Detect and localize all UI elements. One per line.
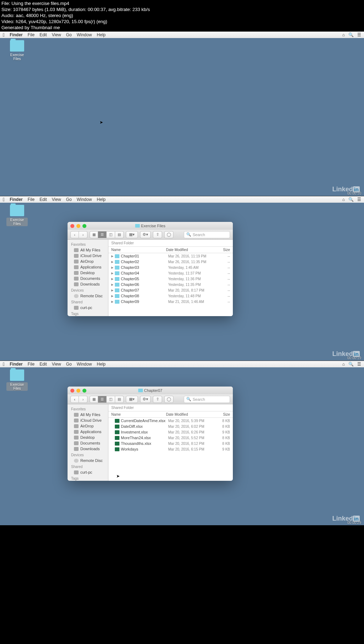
back-button[interactable]: ‹: [70, 396, 79, 403]
file-list[interactable]: CurrentDateAndTime.xlsxMar 20, 2016, 5:3…: [108, 418, 233, 476]
apple-menu-icon[interactable]: : [3, 197, 5, 202]
menu-help[interactable]: Help: [97, 362, 106, 367]
file-row[interactable]: ▶Chapter07Mar 20, 2016, 8:17 PM--: [108, 287, 233, 293]
disclosure-icon[interactable]: ▶: [111, 272, 115, 275]
menu-file[interactable]: File: [28, 32, 34, 37]
app-name[interactable]: Finder: [10, 362, 23, 367]
wifi-icon[interactable]: ⌂: [342, 362, 345, 367]
file-row[interactable]: ▶Chapter03Yesterday, 1:45 AM--: [108, 265, 233, 270]
wifi-icon[interactable]: ⌂: [342, 32, 345, 37]
coverflow-view-button[interactable]: ▤: [115, 396, 124, 403]
disclosure-icon[interactable]: ▶: [111, 260, 115, 264]
menu-help[interactable]: Help: [97, 32, 106, 37]
column-headers[interactable]: Name Date Modified Size: [108, 246, 233, 253]
menu-go[interactable]: Go: [66, 362, 72, 367]
file-row[interactable]: ▶Chapter09Mar 21, 2016, 1:46 AM--: [108, 299, 233, 304]
maximize-icon[interactable]: [82, 224, 86, 228]
file-row[interactable]: Thousandths.xlsxMar 20, 2016, 8:12 PM8 K…: [108, 441, 233, 446]
menu-window[interactable]: Window: [77, 362, 92, 367]
menu-window[interactable]: Window: [77, 197, 92, 202]
notification-icon[interactable]: ☰: [357, 362, 361, 367]
action-button[interactable]: ⚙▾: [140, 396, 151, 403]
menu-go[interactable]: Go: [66, 197, 72, 202]
forward-button[interactable]: ›: [79, 396, 87, 403]
desktop-folder-exercise-files[interactable]: Exercise Files: [6, 40, 28, 61]
disclosure-icon[interactable]: ▶: [111, 300, 115, 303]
menu-go[interactable]: Go: [66, 32, 72, 37]
search-input[interactable]: 🔍Search: [184, 231, 230, 238]
sidebar-item-downloads[interactable]: Downloads: [68, 446, 108, 452]
menu-view[interactable]: View: [52, 32, 61, 37]
sidebar-item-desktop[interactable]: Desktop: [68, 435, 108, 440]
arrange-button[interactable]: ▦▾: [126, 396, 138, 403]
menu-view[interactable]: View: [52, 362, 61, 367]
notification-icon[interactable]: ☰: [357, 197, 361, 202]
titlebar[interactable]: Chapter07: [68, 387, 233, 394]
titlebar[interactable]: Exercise Files: [68, 222, 233, 230]
notification-icon[interactable]: ☰: [357, 32, 361, 37]
spotlight-icon[interactable]: 🔍: [348, 32, 354, 37]
disclosure-icon[interactable]: ▶: [111, 283, 115, 286]
sidebar-item-applications[interactable]: Applications: [68, 264, 108, 270]
file-row[interactable]: CurrentDateAndTime.xlsxMar 20, 2016, 5:3…: [108, 418, 233, 424]
menu-help[interactable]: Help: [97, 197, 106, 202]
menu-edit[interactable]: Edit: [39, 197, 47, 202]
col-date[interactable]: Date Modified: [166, 248, 212, 252]
action-button[interactable]: ⚙▾: [140, 231, 151, 238]
tags-button[interactable]: ◯: [164, 396, 173, 403]
file-row[interactable]: ▶Chapter06Yesterday, 11:35 PM--: [108, 282, 233, 287]
column-headers[interactable]: Name Date Modified Size: [108, 411, 233, 418]
icon-view-button[interactable]: ▦: [90, 231, 98, 238]
sidebar-item-icloud[interactable]: iCloud Drive: [68, 417, 108, 423]
sidebar-item-curt-pc[interactable]: curt-pc: [68, 469, 108, 475]
forward-button[interactable]: ›: [79, 231, 87, 238]
back-button[interactable]: ‹: [70, 231, 79, 238]
file-row[interactable]: Investment.xlsxMar 20, 2016, 6:26 PM9 KB: [108, 429, 233, 435]
finder-window-chapter07[interactable]: Chapter07 ‹› ▦ ☰ ◫ ▤ ▦▾ ⚙▾ ⇧ ◯ 🔍Search F…: [68, 387, 233, 481]
file-list[interactable]: ▶Chapter01Mar 26, 2016, 11:19 PM--▶Chapt…: [108, 253, 233, 316]
file-row[interactable]: ▶Chapter01Mar 26, 2016, 11:19 PM--: [108, 253, 233, 259]
file-row[interactable]: ▶Chapter02Mar 26, 2016, 11:35 PM--: [108, 259, 233, 265]
disclosure-icon[interactable]: ▶: [111, 277, 115, 281]
sidebar-item-documents[interactable]: Documents: [68, 276, 108, 281]
file-row[interactable]: ▶Chapter08Yesterday, 11:48 PM--: [108, 293, 233, 299]
file-row[interactable]: WorkdaysMar 20, 2016, 6:15 PM9 KB: [108, 446, 233, 452]
menu-file[interactable]: File: [28, 197, 34, 202]
minimize-icon[interactable]: [76, 224, 80, 228]
file-row[interactable]: ▶Chapter04Yesterday, 11:37 PM--: [108, 270, 233, 276]
share-button[interactable]: ⇧: [153, 396, 162, 403]
arrange-button[interactable]: ▦▾: [126, 231, 138, 238]
app-name[interactable]: Finder: [10, 32, 23, 37]
close-icon[interactable]: [70, 224, 74, 228]
menu-view[interactable]: View: [52, 197, 61, 202]
col-size[interactable]: Size: [212, 248, 230, 252]
spotlight-icon[interactable]: 🔍: [348, 197, 354, 202]
column-view-button[interactable]: ◫: [107, 396, 115, 403]
menu-window[interactable]: Window: [77, 32, 92, 37]
col-date[interactable]: Date Modified: [166, 413, 212, 416]
sidebar-item-documents[interactable]: Documents: [68, 440, 108, 446]
sidebar-item-airdrop[interactable]: AirDrop: [68, 423, 108, 429]
file-row[interactable]: MoreThan24.xlsxMar 20, 2016, 5:52 PM8 KB: [108, 435, 233, 441]
search-input[interactable]: 🔍Search: [184, 396, 230, 403]
file-row[interactable]: DateDiff.xlsxMar 20, 2016, 6:02 PM8 KB: [108, 424, 233, 429]
list-view-button[interactable]: ☰: [98, 396, 107, 403]
sidebar-item-all-my-files[interactable]: All My Files: [68, 412, 108, 417]
finder-window-exercise-files[interactable]: Exercise Files ‹› ▦ ☰ ◫ ▤ ▦▾ ⚙▾ ⇧ ◯ 🔍Sea…: [68, 222, 233, 316]
disclosure-icon[interactable]: ▶: [111, 294, 115, 298]
disclosure-icon[interactable]: ▶: [111, 255, 115, 258]
coverflow-view-button[interactable]: ▤: [115, 231, 124, 238]
col-name[interactable]: Name: [111, 248, 166, 252]
share-button[interactable]: ⇧: [153, 231, 162, 238]
desktop-folder-exercise-files[interactable]: Exercise Files: [6, 205, 28, 227]
icon-view-button[interactable]: ▦: [90, 396, 98, 403]
list-view-button[interactable]: ☰: [98, 231, 107, 238]
sidebar-item-icloud[interactable]: iCloud Drive: [68, 253, 108, 259]
sidebar-item-all-my-files[interactable]: All My Files: [68, 247, 108, 253]
menu-file[interactable]: File: [28, 362, 34, 367]
spotlight-icon[interactable]: 🔍: [348, 362, 354, 367]
sidebar-item-remote-disc[interactable]: Remote Disc: [68, 458, 108, 463]
sidebar-item-airdrop[interactable]: AirDrop: [68, 259, 108, 264]
sidebar-item-downloads[interactable]: Downloads: [68, 281, 108, 287]
menu-edit[interactable]: Edit: [39, 32, 47, 37]
